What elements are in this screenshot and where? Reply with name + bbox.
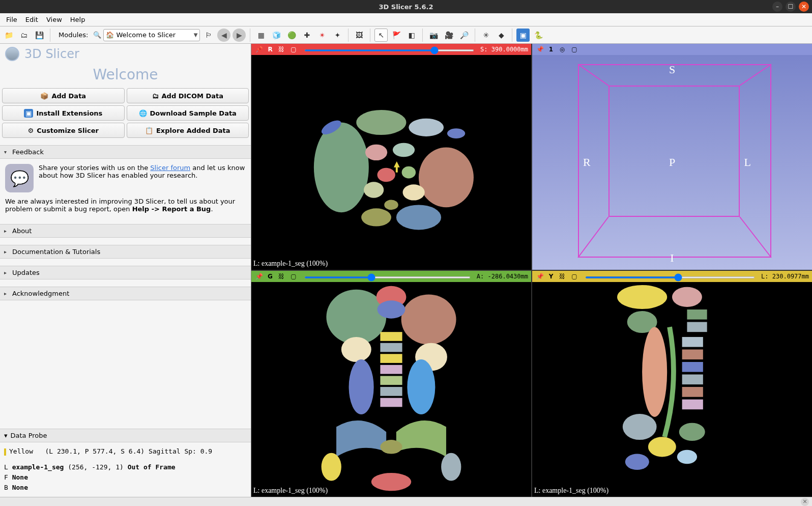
yellow-slice-slider[interactable] xyxy=(585,273,755,280)
svg-rect-30 xyxy=(380,365,402,374)
svg-point-25 xyxy=(349,359,374,414)
pin-icon[interactable]: 📌 xyxy=(254,45,264,54)
module-search-icon[interactable]: 🔍 xyxy=(92,30,102,40)
visibility-icon[interactable]: 🚩 xyxy=(390,29,403,42)
module-history-icon[interactable]: 🏳 xyxy=(202,29,215,42)
customize-button[interactable]: ⚙Customize Slicer xyxy=(2,123,125,138)
toolbar-separator xyxy=(250,29,250,42)
svg-point-54 xyxy=(625,454,649,470)
menu-view[interactable]: View xyxy=(42,15,66,24)
section-docs[interactable]: ▸Documentation & Tutorials xyxy=(0,245,251,259)
maximize-button[interactable]: ☐ xyxy=(786,2,796,12)
screen-capture-icon[interactable]: 🎥 xyxy=(442,29,455,42)
green-slice-view[interactable]: L: example-1_seg (100%) xyxy=(251,282,531,497)
svg-point-11 xyxy=(403,184,425,200)
nav-forward-button[interactable]: ▶ xyxy=(233,29,246,42)
section-updates[interactable]: ▸Updates xyxy=(0,266,251,279)
extensions-manager-icon[interactable]: ▣ xyxy=(516,29,530,42)
section-acknowledgment[interactable]: ▸Acknowledgment xyxy=(0,287,251,300)
slicer-forum-link[interactable]: Slicer forum xyxy=(150,164,190,172)
green-slice-slider[interactable] xyxy=(304,273,471,280)
pin-icon[interactable]: 📌 xyxy=(254,272,264,281)
maximize-view-icon[interactable]: ▢ xyxy=(289,272,298,281)
chat-bubble-icon: 💬 xyxy=(5,164,34,192)
green-corner-label: L: example-1_seg (100%) xyxy=(253,487,328,495)
add-data-button[interactable]: 📦Add Data xyxy=(2,88,125,103)
pin-icon[interactable]: 📌 xyxy=(535,45,544,54)
center-icon[interactable]: ◎ xyxy=(558,45,567,54)
section-data-probe[interactable]: ▾Data Probe xyxy=(0,429,251,442)
crosshairs-icon[interactable]: ✳ xyxy=(479,29,492,42)
section-feedback[interactable]: ▾Feedback xyxy=(0,145,251,159)
pin-icon[interactable]: 📌 xyxy=(535,272,544,281)
link-icon[interactable]: ⛓ xyxy=(277,45,286,54)
transform-icon[interactable]: ✦ xyxy=(331,29,344,42)
markup-icon[interactable]: ✴ xyxy=(315,29,329,42)
svg-rect-32 xyxy=(380,387,402,396)
models-icon[interactable]: 🟢 xyxy=(285,29,298,42)
save-icon[interactable]: 💾 xyxy=(33,29,46,42)
layout-icon[interactable]: ▦ xyxy=(254,29,268,42)
modules-label: Modules: xyxy=(59,31,88,39)
svg-point-51 xyxy=(648,437,676,457)
load-data-icon[interactable]: 📁 xyxy=(2,29,15,42)
python-icon[interactable]: 🐍 xyxy=(532,29,545,42)
cursor-icon[interactable]: ↖ xyxy=(374,29,388,42)
svg-rect-29 xyxy=(380,354,402,363)
caret-down-icon: ▾ xyxy=(4,432,8,439)
download-sample-button[interactable]: 🌐Download Sample Data xyxy=(127,105,249,121)
volume-rendering-icon[interactable]: 🧊 xyxy=(270,29,283,42)
maximize-view-icon[interactable]: ▢ xyxy=(570,45,579,54)
section-about[interactable]: ▸About xyxy=(0,224,251,238)
module-combo-text: Welcome to Slicer xyxy=(116,31,176,39)
list-icon: 📋 xyxy=(145,127,153,134)
magnifier-icon[interactable]: 🔎 xyxy=(457,29,471,42)
app-name: 3D Slicer xyxy=(24,47,79,61)
globe-icon: 🌐 xyxy=(139,109,147,117)
link-icon[interactable]: ⛓ xyxy=(277,272,286,281)
svg-rect-44 xyxy=(682,337,703,347)
add-dicom-button[interactable]: 🗂Add DICOM Data xyxy=(127,88,249,103)
toolbar-separator xyxy=(422,29,423,42)
install-extensions-button[interactable]: ▣Install Extensions xyxy=(2,105,125,121)
svg-point-1 xyxy=(419,148,474,208)
svg-point-5 xyxy=(447,128,465,138)
maximize-view-icon[interactable]: ▢ xyxy=(570,272,579,281)
viewport-red: 📌 R ⛓ ▢ S: 390.0000mm xyxy=(251,44,531,270)
window-title: 3D Slicer 5.6.2 xyxy=(379,3,433,11)
menubar: File Edit View Help xyxy=(0,13,812,26)
red-corner-label: L: example-1_seg (100%) xyxy=(253,260,328,268)
dp-line-F: F None xyxy=(4,472,247,483)
nav-back-button[interactable]: ◀ xyxy=(217,29,230,42)
yellow-slice-view[interactable]: L: example-1_seg (100%) xyxy=(532,282,812,497)
menu-file[interactable]: File xyxy=(2,15,21,24)
red-slice-readout: S: 390.0000mm xyxy=(480,46,528,53)
svg-point-12 xyxy=(396,205,441,230)
load-dicom-icon[interactable]: 🗂 xyxy=(17,29,31,42)
caret-right-icon: ▸ xyxy=(4,270,9,275)
threeD-view[interactable]: S I R L P xyxy=(532,55,812,270)
slice-intersections-icon[interactable]: ◆ xyxy=(495,29,508,42)
svg-point-34 xyxy=(380,440,402,454)
crosshair-icon[interactable]: ✚ xyxy=(300,29,313,42)
link-icon[interactable]: ⛓ xyxy=(558,272,567,281)
axis-label-i: I xyxy=(670,251,674,265)
dp-line-L: L example-1_seg (256, -129, 1) Out of Fr… xyxy=(4,462,247,472)
statusbar-close-icon[interactable]: ✕ xyxy=(801,498,809,506)
explore-data-button[interactable]: 📋Explore Added Data xyxy=(127,123,249,138)
window-level-icon[interactable]: ◧ xyxy=(405,29,418,42)
svg-point-14 xyxy=(384,200,398,210)
maximize-view-icon[interactable]: ▢ xyxy=(289,45,298,54)
screenshot-icon[interactable]: 📷 xyxy=(427,29,440,42)
menu-help[interactable]: Help xyxy=(66,15,90,24)
menu-edit[interactable]: Edit xyxy=(21,15,42,24)
red-slice-slider[interactable] xyxy=(304,46,474,53)
module-combo[interactable]: 🏠 Welcome to Slicer ▼ xyxy=(103,29,200,41)
svg-point-26 xyxy=(407,359,435,414)
yellow-corner-label: L: example-1_seg (100%) xyxy=(534,487,608,495)
svg-point-50 xyxy=(623,414,657,440)
scene-views-icon[interactable]: 🖼 xyxy=(353,29,366,42)
minimize-button[interactable]: – xyxy=(772,2,782,12)
close-button[interactable]: ✕ xyxy=(799,2,809,12)
red-slice-view[interactable]: L: example-1_seg (100%) xyxy=(251,55,531,270)
